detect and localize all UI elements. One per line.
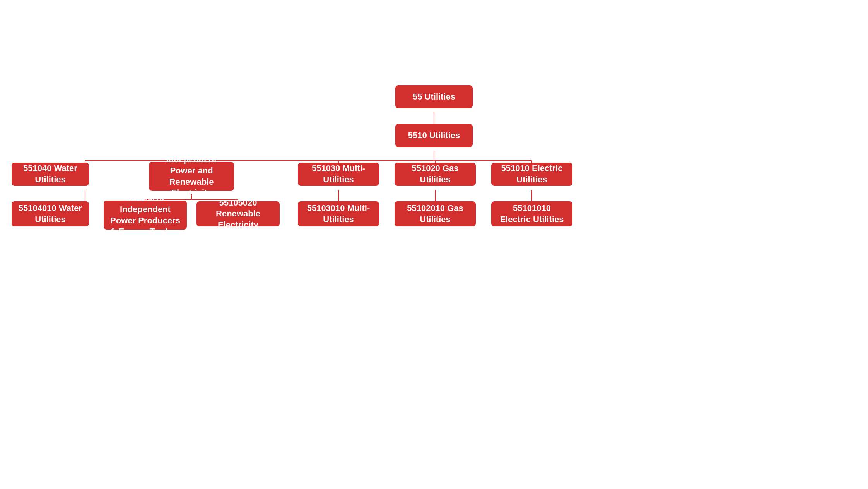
- connector-lines: [0, 0, 868, 489]
- node-55104010: 55104010 Water Utilities: [12, 201, 89, 226]
- org-chart: 55 Utilities 5510 Utilities 551040 Water…: [0, 0, 868, 489]
- node-551030: 551030 Multi-Utilities: [298, 163, 379, 186]
- node-55-utilities: 55 Utilities: [395, 85, 473, 108]
- node-55105020: 55105020 Renewable Electricity: [196, 201, 280, 226]
- node-55101010: 55101010 Electric Utilities: [491, 201, 572, 226]
- node-551040: 551040 Water Utilities: [12, 163, 89, 186]
- node-55103010: 55103010 Multi-Utilities: [298, 201, 379, 226]
- node-551050: 551050 Independent Power and Renewable E…: [149, 162, 234, 191]
- node-55102010: 55102010 Gas Utilities: [395, 201, 476, 226]
- node-551020: 551020 Gas Utilities: [395, 163, 476, 186]
- node-55105010: 55105010 Independent Power Producers & E…: [104, 201, 187, 230]
- node-551010: 551010 Electric Utilities: [491, 163, 572, 186]
- node-5510-utilities: 5510 Utilities: [395, 124, 473, 147]
